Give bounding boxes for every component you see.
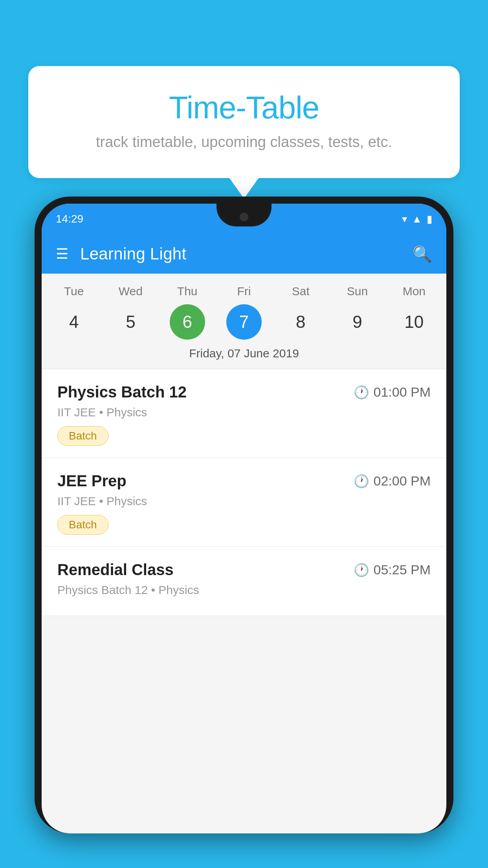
day-label: Thu: [164, 285, 211, 298]
time-text: 05:25 PM: [373, 562, 431, 577]
day-number[interactable]: 4: [56, 304, 92, 340]
search-icon[interactable]: 🔍: [413, 245, 432, 263]
schedule-item[interactable]: Physics Batch 12🕐01:00 PMIIT JEE • Physi…: [42, 369, 446, 458]
day-label: Tue: [50, 285, 97, 298]
schedule-item[interactable]: JEE Prep🕐02:00 PMIIT JEE • PhysicsBatch: [42, 458, 446, 547]
time-text: 02:00 PM: [373, 473, 431, 489]
bubble-subtitle: track timetable, upcoming classes, tests…: [60, 134, 428, 151]
day-number[interactable]: 5: [113, 304, 148, 340]
signal-icon: ▲: [412, 213, 422, 225]
hamburger-icon[interactable]: ☰: [56, 247, 68, 261]
speech-bubble: Time-Table track timetable, upcoming cla…: [28, 66, 460, 178]
day-number[interactable]: 7: [226, 304, 262, 340]
phone-screen: 14:29 ▾ ▲ ▮ ☰ Learning Light 🔍: [42, 204, 446, 833]
batch-badge: Batch: [57, 515, 108, 535]
camera: [240, 213, 248, 221]
app-header: ☰ Learning Light 🔍: [42, 234, 446, 274]
batch-badge: Batch: [57, 426, 108, 446]
clock-icon: 🕐: [354, 474, 369, 489]
schedule-item[interactable]: Remedial Class🕐05:25 PMPhysics Batch 12 …: [42, 547, 446, 616]
schedule-item-title: Physics Batch 12: [57, 383, 187, 401]
calendar-strip: TueWedThuFriSatSunMon 45678910 Friday, 0…: [42, 274, 446, 369]
status-icons: ▾ ▲ ▮: [402, 213, 432, 225]
speech-bubble-section: Time-Table track timetable, upcoming cla…: [28, 66, 460, 178]
battery-icon: ▮: [427, 213, 432, 225]
app-title: Learning Light: [80, 245, 413, 263]
day-label: Mon: [391, 285, 438, 298]
schedule-item-title: Remedial Class: [57, 561, 174, 579]
day-label: Sat: [277, 285, 324, 298]
day-number[interactable]: 9: [340, 304, 375, 340]
day-numbers: 45678910: [46, 304, 442, 340]
schedule-list: Physics Batch 12🕐01:00 PMIIT JEE • Physi…: [42, 369, 446, 616]
clock-icon: 🕐: [354, 385, 369, 400]
schedule-item-header: Physics Batch 12🕐01:00 PM: [57, 383, 431, 401]
schedule-item-subtitle: Physics Batch 12 • Physics: [57, 583, 431, 597]
schedule-item-header: Remedial Class🕐05:25 PM: [57, 561, 431, 579]
schedule-item-title: JEE Prep: [57, 472, 127, 490]
schedule-item-time: 🕐05:25 PM: [354, 562, 431, 577]
day-headers: TueWedThuFriSatSunMon: [46, 285, 442, 298]
clock-icon: 🕐: [354, 563, 369, 577]
day-label: Fri: [220, 285, 268, 298]
day-number[interactable]: 10: [396, 304, 432, 340]
schedule-item-subtitle: IIT JEE • Physics: [57, 406, 431, 419]
day-number[interactable]: 8: [283, 304, 318, 340]
phone-body: 14:29 ▾ ▲ ▮ ☰ Learning Light 🔍: [35, 197, 453, 833]
selected-date-label: Friday, 07 June 2019: [46, 347, 442, 369]
bubble-title: Time-Table: [60, 90, 428, 126]
notch: [216, 204, 272, 226]
time-text: 01:00 PM: [373, 384, 431, 400]
schedule-item-subtitle: IIT JEE • Physics: [57, 495, 431, 508]
day-number[interactable]: 6: [170, 304, 205, 340]
schedule-item-time: 🕐01:00 PM: [354, 384, 431, 400]
phone-container: 14:29 ▾ ▲ ▮ ☰ Learning Light 🔍: [35, 197, 453, 868]
day-label: Wed: [107, 285, 154, 298]
day-label: Sun: [334, 285, 381, 298]
schedule-item-time: 🕐02:00 PM: [354, 473, 431, 489]
status-bar: 14:29 ▾ ▲ ▮: [42, 204, 446, 234]
wifi-icon: ▾: [402, 213, 407, 225]
schedule-item-header: JEE Prep🕐02:00 PM: [57, 472, 431, 490]
status-time: 14:29: [56, 213, 83, 225]
